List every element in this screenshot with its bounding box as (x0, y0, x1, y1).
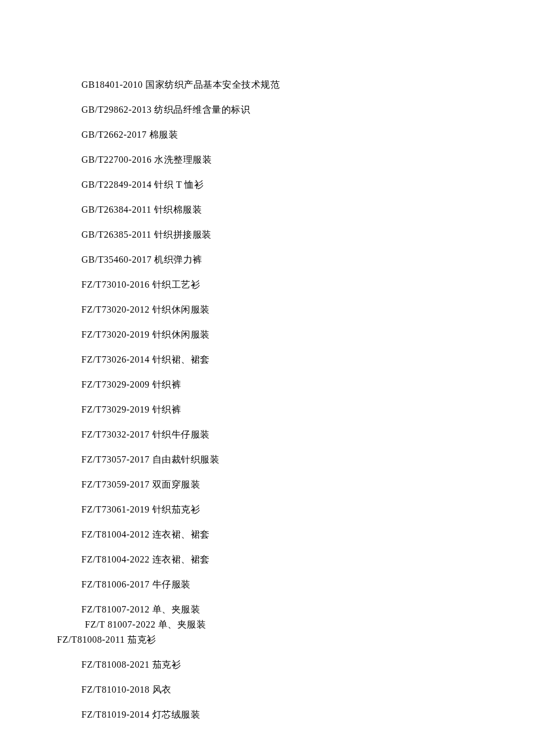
text-line: GB/T26384-2011 针织棉服装 (81, 205, 535, 214)
text-line: FZ/T81008-2021 茄克衫 (81, 660, 535, 669)
text-line: FZ/T81019-2014 灯芯绒服装 (81, 710, 535, 719)
text-line: FZ/T73029-2019 针织裤 (81, 405, 535, 414)
text-line: FZ/T81006-2017 牛仔服装 (81, 580, 535, 589)
text-line: GB/T26385-2011 针织拼接服装 (81, 230, 535, 239)
text-line: FZ/T81010-2018 风衣 (81, 685, 535, 694)
text-line: FZ/T73057-2017 自由裁针织服装 (81, 455, 535, 464)
text-line: GB/T22700-2016 水洗整理服装 (81, 155, 535, 164)
text-line: FZ/T73026-2014 针织裙、裙套 (81, 355, 535, 364)
text-line: FZ/T73059-2017 双面穿服装 (81, 480, 535, 489)
text-line: FZ/T73032-2017 针织牛仔服装 (81, 430, 535, 439)
text-line: FZ/T81004-2012 连衣裙、裙套 (81, 530, 535, 539)
text-line: FZ/T73010-2016 针织工艺衫 (81, 280, 535, 289)
text-line: GB/T29862-2013 纺织品纤维含量的标识 (81, 105, 535, 114)
text-line: GB/T2662-2017 棉服装 (81, 130, 535, 139)
text-line: FZ/T73020-2012 针织休闲服装 (81, 305, 535, 314)
text-line: FZ/T81004-2022 连衣裙、裙套 (81, 555, 535, 564)
text-line: FZ/T73029-2009 针织裤 (81, 380, 535, 389)
text-line: GB18401-2010 国家纺织产品基本安全技术规范 (81, 80, 535, 89)
text-line: FZ/T81007-2012 单、夹服装 (81, 605, 535, 614)
text-line: FZ/T 81007-2022 单、夹服装 (85, 620, 535, 629)
text-line: GB/T35460-2017 机织弹力裤 (81, 255, 535, 264)
text-line: GB/T22849-2014 针织 T 恤衫 (81, 180, 535, 189)
text-line: FZ/T73020-2019 针织休闲服装 (81, 330, 535, 339)
text-line: FZ/T73061-2019 针织茄克衫 (81, 505, 535, 514)
document-body: GB18401-2010 国家纺织产品基本安全技术规范GB/T29862-201… (81, 80, 535, 719)
text-line: FZ/T81008-2011 茄克衫 (57, 635, 535, 644)
